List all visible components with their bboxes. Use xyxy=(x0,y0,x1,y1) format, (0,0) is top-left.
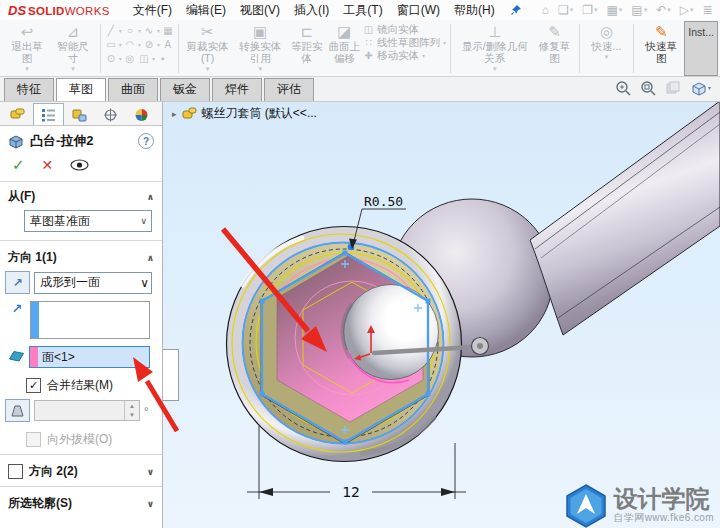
circle-tool-icon[interactable]: ○ xyxy=(124,25,136,36)
model-3d-view[interactable]: R0.50 12 xyxy=(163,102,720,528)
display-manager-tab[interactable] xyxy=(126,103,157,125)
ok-button[interactable]: ✓ xyxy=(12,156,25,174)
smart-dimension-button[interactable]: ⊿ 智能尺寸▾ xyxy=(50,21,96,76)
feature-manager-tab[interactable] xyxy=(2,103,33,125)
relations-icon: ⊥ xyxy=(488,23,501,40)
line-tool-icon[interactable]: ╱ xyxy=(105,25,117,36)
feature-tree-flyout[interactable]: ▸ 螺丝刀套筒 (默认<<... xyxy=(172,105,317,122)
sketch-picture-icon[interactable]: ▦ xyxy=(162,25,174,36)
menu-help[interactable]: 帮助(H) xyxy=(447,0,502,21)
home-icon[interactable]: ⌂ xyxy=(542,3,549,17)
tab-sketch[interactable]: 草图 xyxy=(56,78,106,101)
repair-sketch-button[interactable]: ✎ 修复草图 xyxy=(535,21,575,76)
reverse-direction-button[interactable]: ↗ xyxy=(5,271,30,294)
part-icon xyxy=(182,107,197,120)
move-entities-button[interactable]: ✚ 移动实体▾ xyxy=(363,49,446,62)
draft-button[interactable] xyxy=(5,399,30,422)
face-selection-field[interactable]: 面<1> xyxy=(29,346,150,368)
tab-features[interactable]: 特征 xyxy=(4,78,54,101)
surface-offset-button[interactable]: ◪ 曲面上偏移 xyxy=(326,21,364,76)
polygon-tool-icon[interactable]: ◎ xyxy=(124,53,136,64)
from-condition-dropdown[interactable]: 草图基准面∨ xyxy=(24,210,152,232)
rapid-sketch-button[interactable]: ✎ 快速草图 xyxy=(638,21,684,76)
boss-extrude-icon xyxy=(8,134,24,149)
confirm-bar: ✓ ✕ xyxy=(0,153,162,182)
linear-sketch-pattern-button[interactable]: ∷ 线性草图阵列▾ xyxy=(363,36,446,49)
spin-down-icon[interactable]: ▼ xyxy=(125,411,139,421)
from-section-header[interactable]: 从(F)∧ xyxy=(0,182,162,209)
preview-eye-icon[interactable] xyxy=(70,159,89,171)
end-condition-dropdown[interactable]: 成形到一面∨ xyxy=(34,272,152,294)
menu-file[interactable]: 文件(F) xyxy=(126,0,179,21)
exit-sketch-button[interactable]: ↩ 退出草图▾ xyxy=(4,21,50,76)
menu-insert[interactable]: 插入(I) xyxy=(287,0,336,21)
display-delete-relations-button[interactable]: ⊥ 显示/删除几何关系▾ xyxy=(455,21,535,76)
menu-edit[interactable]: 编辑(E) xyxy=(179,0,233,21)
rapid-sketch-icon: ✎ xyxy=(655,23,668,40)
tab-sheet-metal[interactable]: 钣金 xyxy=(160,78,210,101)
rectangle-tool-icon[interactable]: ▭ xyxy=(105,39,117,50)
print-icon[interactable]: ▤▾ xyxy=(631,3,647,17)
menu-view[interactable]: 视图(V) xyxy=(233,0,287,21)
save-icon[interactable]: ▦▾ xyxy=(606,3,622,17)
spline-tool-icon[interactable]: ∿ xyxy=(143,25,155,36)
chevron-down-icon: ∨ xyxy=(138,216,149,226)
convert-entities-button[interactable]: ▣ 转换实体引用▾ xyxy=(232,21,288,76)
new-document-icon[interactable]: ❏▾ xyxy=(558,3,573,17)
open-icon[interactable]: ❐▾ xyxy=(582,3,597,17)
properties-icon[interactable]: ≣ xyxy=(703,3,713,17)
ellipse-tool-icon[interactable]: ⊘ xyxy=(143,39,155,50)
quick-snaps-icon: ◎ xyxy=(600,23,613,40)
trim-entities-button[interactable]: ✂ 剪裁实体(T)▾ xyxy=(183,21,233,76)
draft-outward-checkbox xyxy=(26,432,41,447)
face-reference-row: 面<1> xyxy=(0,345,162,374)
menu-tools[interactable]: 工具(T) xyxy=(336,0,389,21)
configuration-manager-tab[interactable] xyxy=(64,103,95,125)
slot-tool-icon[interactable]: ⊙ xyxy=(105,53,117,64)
watermark-title: 设计学院 xyxy=(614,487,710,511)
instant2d-button[interactable]: Inst... xyxy=(684,21,718,76)
text-tool-icon[interactable]: A xyxy=(162,39,174,50)
mirror-entities-button[interactable]: ◫ 镜向实体 xyxy=(363,23,446,36)
offset-entities-button[interactable]: ⊏ 等距实体 xyxy=(288,21,326,76)
direction2-section-header[interactable]: 方向 2(2) ∨ xyxy=(0,457,162,484)
draft-angle-spinner[interactable]: ▲▼ xyxy=(34,400,140,421)
selected-contours-header[interactable]: 所选轮廓(S) ∨ xyxy=(0,489,162,516)
merge-result-checkbox[interactable]: ✓ xyxy=(26,378,41,393)
spin-up-icon[interactable]: ▲ xyxy=(125,401,139,411)
fillet-tool-icon[interactable]: ◫ xyxy=(138,53,150,64)
command-manager-tabs: 特征 草图 曲面 钣金 焊件 评估 xyxy=(0,77,720,102)
pin-menu-icon[interactable] xyxy=(510,4,522,16)
tab-surfaces[interactable]: 曲面 xyxy=(108,78,158,101)
feature-title: 凸台-拉伸2 xyxy=(30,132,94,150)
direction1-section-header[interactable]: 方向 1(1)∧ xyxy=(0,243,162,270)
dimxpert-manager-tab[interactable] xyxy=(95,103,126,125)
direction-selection-box[interactable] xyxy=(30,301,150,339)
graphics-area[interactable]: ▸ 螺丝刀套筒 (默认<<... xyxy=(163,102,720,528)
select-icon[interactable]: ▷▾ xyxy=(680,3,694,17)
face-icon xyxy=(8,349,25,363)
undo-icon[interactable]: ↶▾ xyxy=(656,3,671,17)
solidworks-logo: DS SOLID WORKS xyxy=(8,3,110,18)
feature-title-row: 凸台-拉伸2 ? xyxy=(0,126,162,153)
heads-up-view-toolbar xyxy=(615,80,712,97)
draft-row: ▲▼ ° xyxy=(0,398,162,428)
quick-access-toolbar: ⌂ ❏▾ ❐▾ ▦▾ ▤▾ ↶▾ ▷▾ ≣ ⚙▾ xyxy=(542,3,720,17)
quick-snaps-button[interactable]: ◎ 快速...▾ xyxy=(583,21,629,76)
zoom-to-area-icon[interactable] xyxy=(640,80,657,97)
expand-triangle-icon[interactable]: ▸ xyxy=(172,109,177,119)
direction2-checkbox[interactable] xyxy=(8,464,23,479)
help-icon[interactable]: ? xyxy=(138,133,154,149)
zoom-to-fit-icon[interactable] xyxy=(615,80,632,97)
merge-result-row[interactable]: ✓ 合并结果(M) xyxy=(0,374,162,398)
repair-sketch-icon: ✎ xyxy=(548,23,561,40)
tab-weldments[interactable]: 焊件 xyxy=(212,78,262,101)
arc-tool-icon[interactable]: ◠ xyxy=(124,39,136,50)
hex-shaft[interactable] xyxy=(530,102,720,335)
point-tool-icon[interactable]: ▪ xyxy=(157,53,169,64)
cancel-button[interactable]: ✕ xyxy=(42,157,54,173)
property-manager-tab[interactable] xyxy=(33,103,64,125)
tab-evaluate[interactable]: 评估 xyxy=(264,78,314,101)
menu-window[interactable]: 窗口(W) xyxy=(390,0,447,21)
view-orientation-icon[interactable] xyxy=(690,80,712,97)
